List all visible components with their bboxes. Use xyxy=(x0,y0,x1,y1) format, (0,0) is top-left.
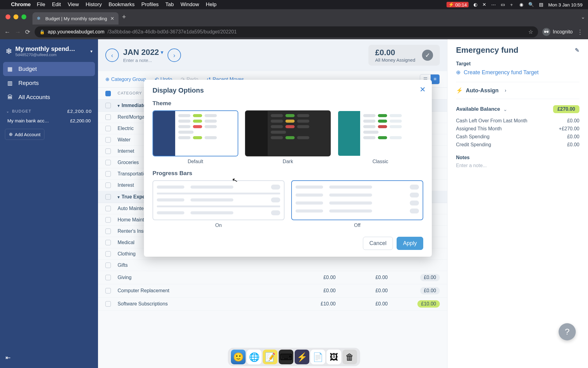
category-row[interactable]: Gifts xyxy=(98,260,447,271)
month-note-input[interactable]: Enter a note... xyxy=(123,58,163,63)
row-checkbox[interactable] xyxy=(105,263,111,268)
group-checkbox[interactable] xyxy=(105,194,111,200)
row-checkbox[interactable] xyxy=(105,126,111,131)
menu-view[interactable]: View xyxy=(68,2,79,8)
collapse-sidebar-button[interactable]: ⇤ xyxy=(3,351,95,364)
modal-title: Display Options xyxy=(153,86,423,94)
row-checkbox[interactable] xyxy=(105,301,111,307)
row-checkbox[interactable] xyxy=(105,206,111,211)
menu-tab[interactable]: Tab xyxy=(165,2,174,8)
status-icon[interactable]: ⋯ xyxy=(491,2,496,7)
budget-section-header[interactable]: ⌄ BUDGET £2,200.00 xyxy=(3,104,95,116)
back-button[interactable]: ← xyxy=(4,29,10,36)
status-icon[interactable]: ◐ xyxy=(473,2,477,7)
help-button[interactable]: ? xyxy=(559,323,576,340)
row-checkbox[interactable] xyxy=(105,240,111,245)
reload-button[interactable]: ⟳ xyxy=(25,28,30,36)
available-balance-row[interactable]: Available Balance ⌄ £270.00 xyxy=(456,105,579,113)
row-checkbox[interactable] xyxy=(105,171,111,177)
dock-app-icon[interactable]: ⚡ xyxy=(295,350,309,364)
row-checkbox[interactable] xyxy=(105,288,111,293)
dock-preview-icon[interactable]: 🖼 xyxy=(326,350,341,364)
dock-notes-icon[interactable]: 📝 xyxy=(263,350,277,364)
dock-finder-icon[interactable]: 🙂 xyxy=(231,350,246,364)
row-checkbox[interactable] xyxy=(105,182,111,188)
theme-option-default[interactable]: Default xyxy=(153,110,238,164)
control-icon[interactable]: ▤ xyxy=(539,2,543,7)
menu-file[interactable]: File xyxy=(37,2,45,8)
notes-input[interactable]: Enter a note... xyxy=(456,163,579,168)
incognito-indicator[interactable]: 🕶 Incognito xyxy=(542,28,573,36)
add-account-button[interactable]: ⊕ Add Account xyxy=(5,129,44,140)
group-checkbox[interactable] xyxy=(105,103,111,108)
close-tab-icon[interactable]: ✕ xyxy=(110,16,114,21)
sidebar-item-budget[interactable]: ▦ Budget xyxy=(3,62,95,76)
progress-option-off[interactable]: Off xyxy=(291,180,423,228)
add-category-group-button[interactable]: ⊕Category Group xyxy=(105,76,146,82)
battery-icon[interactable]: ▭ xyxy=(501,2,505,7)
prev-month-button[interactable]: ‹ xyxy=(105,48,119,62)
new-tab-button[interactable]: + xyxy=(122,13,126,21)
menu-history[interactable]: History xyxy=(85,2,102,8)
browser-menu-button[interactable]: ⋮ xyxy=(577,28,584,36)
menu-profiles[interactable]: Profiles xyxy=(141,2,159,8)
target-label: Target xyxy=(456,61,579,67)
browser-tab[interactable]: ❄ Budget | My monthly spending ✕ xyxy=(32,12,119,25)
close-modal-button[interactable]: ✕ xyxy=(420,85,426,94)
row-checkbox[interactable] xyxy=(105,114,111,120)
category-row[interactable]: Computer Replacement£0.00£0.00£0.00 xyxy=(98,284,447,297)
datetime[interactable]: Mon 3 Jan 10:59 xyxy=(548,2,582,7)
month-selector[interactable]: JAN 2022 ▾ xyxy=(123,48,163,57)
menu-window[interactable]: Window xyxy=(181,2,199,8)
category-row[interactable]: Software Subscriptions£10.00£0.00£10.00 xyxy=(98,297,447,311)
next-month-button[interactable]: › xyxy=(168,48,181,62)
dock-chrome-icon[interactable]: 🌐 xyxy=(247,350,262,364)
menu-bookmarks[interactable]: Bookmarks xyxy=(108,2,134,8)
maximize-window-button[interactable] xyxy=(21,14,26,19)
battery-status[interactable]: ⚡00:14 xyxy=(447,2,469,7)
cancel-button[interactable]: Cancel xyxy=(363,237,393,250)
assigned-label: All Money Assigned xyxy=(375,57,415,63)
dock-trash-icon[interactable]: 🗑 xyxy=(342,350,357,364)
menu-edit[interactable]: Edit xyxy=(52,2,61,8)
close-window-button[interactable] xyxy=(6,14,10,19)
dock-terminal-icon[interactable]: ⌨ xyxy=(279,350,293,364)
select-all-checkbox[interactable] xyxy=(105,91,111,96)
forward-button: → xyxy=(15,29,21,36)
wifi-icon[interactable]: ᯤ xyxy=(510,2,514,7)
budget-selector[interactable]: ❄ My monthly spend… 5d485270@uifeed.com … xyxy=(3,44,95,62)
row-checkbox[interactable] xyxy=(105,228,111,234)
account-row[interactable]: My main bank acc… £2,200.00 xyxy=(3,116,95,126)
app-menu[interactable]: Chrome xyxy=(11,2,31,8)
category-row[interactable]: Giving£0.00£0.00£0.00 xyxy=(98,271,447,284)
apply-button[interactable]: Apply xyxy=(397,237,423,250)
row-checkbox[interactable] xyxy=(105,148,111,154)
auto-assign-button[interactable]: ⚡ Auto-Assign › xyxy=(456,82,579,99)
row-checkbox[interactable] xyxy=(105,275,111,280)
address-bar[interactable]: 🔒 app.youneedabudget.com/3a8bbdae-d62a-4… xyxy=(35,26,538,37)
minimize-window-button[interactable] xyxy=(13,14,18,19)
bookmark-star-icon[interactable]: ☆ xyxy=(528,29,533,35)
view-list-button[interactable]: ≡ xyxy=(431,75,439,84)
browser-toolbar: ← → ⟳ 🔒 app.youneedabudget.com/3a8bbdae-… xyxy=(0,25,588,39)
row-checkbox[interactable] xyxy=(105,160,111,165)
status-icon[interactable]: ✕ xyxy=(482,2,486,7)
dock-pages-icon[interactable]: 📄 xyxy=(311,350,325,364)
row-checkbox[interactable] xyxy=(105,137,111,143)
available-amount: £270.00 xyxy=(553,105,579,113)
control-center-icon[interactable]: ◉ xyxy=(519,2,523,7)
tab-list-dropdown-icon[interactable]: ⌄ xyxy=(581,14,585,20)
spotlight-icon[interactable]: 🔍 xyxy=(528,2,534,7)
progress-option-on[interactable]: On xyxy=(153,180,285,228)
chevron-down-icon: ▾ xyxy=(118,195,120,199)
sidebar-item-reports[interactable]: ▥ Reports xyxy=(3,76,95,90)
theme-option-classic[interactable]: Classic xyxy=(337,110,423,164)
theme-option-dark[interactable]: Dark xyxy=(245,110,331,164)
row-checkbox[interactable] xyxy=(105,251,111,257)
money-assigned-indicator[interactable]: £0.00 All Money Assigned ✓ xyxy=(368,45,440,66)
sidebar-item-accounts[interactable]: 🏛 All Accounts xyxy=(3,90,95,104)
create-target-button[interactable]: ⊕ Create Emergency fund Target xyxy=(456,69,579,76)
menu-help[interactable]: Help xyxy=(206,2,217,8)
edit-icon[interactable]: ✎ xyxy=(575,47,579,54)
row-checkbox[interactable] xyxy=(105,217,111,223)
